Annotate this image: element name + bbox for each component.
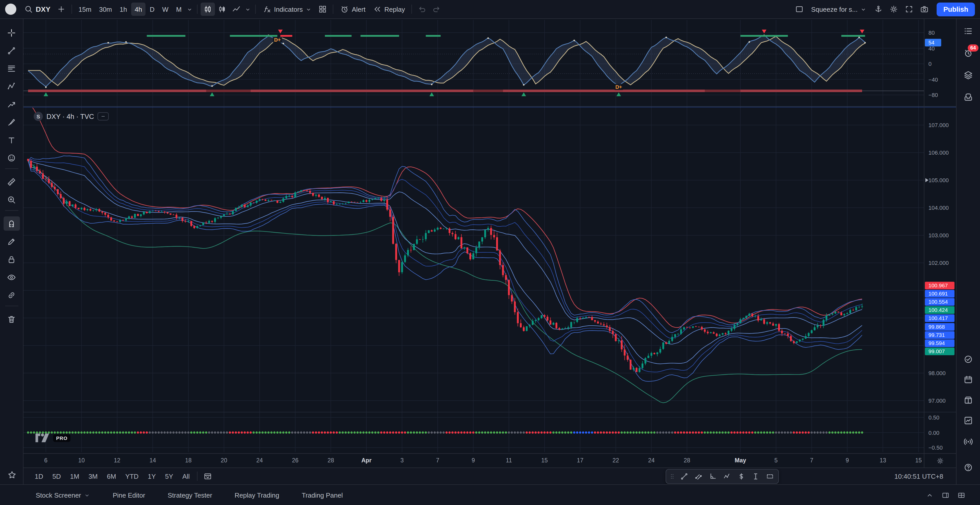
text-note-button[interactable] bbox=[749, 470, 762, 483]
sync-drawings-tool-button[interactable] bbox=[3, 288, 20, 302]
oscillator-value-tag: 54 bbox=[925, 39, 941, 46]
help-button[interactable] bbox=[961, 460, 976, 475]
range-1m-button[interactable]: 1M bbox=[66, 470, 83, 482]
parallel-channel-button[interactable] bbox=[692, 470, 705, 483]
panel-grid-icon[interactable] bbox=[957, 491, 966, 499]
range-all-button[interactable]: All bbox=[178, 470, 194, 482]
favorites-star-button[interactable] bbox=[3, 467, 20, 482]
text-tool-button[interactable] bbox=[3, 133, 20, 147]
goto-date-icon bbox=[203, 472, 212, 481]
axis-settings-corner[interactable] bbox=[924, 453, 956, 467]
range-1y-button[interactable]: 1Y bbox=[144, 470, 160, 482]
panel-layout-icon[interactable] bbox=[941, 491, 950, 499]
price-axis[interactable]: 80400−40−80 54 107.000106.000105.000104.… bbox=[924, 19, 956, 453]
drawing-mode-tool-button[interactable] bbox=[3, 234, 20, 249]
tab-trading-panel[interactable]: Trading Panel bbox=[302, 491, 343, 499]
layout-select-button[interactable] bbox=[792, 3, 807, 16]
layout-name-button[interactable]: Squeeze for s... bbox=[808, 3, 870, 16]
brush-tool-button[interactable] bbox=[3, 115, 20, 129]
symbol-search-button[interactable]: DXY bbox=[21, 3, 54, 16]
range-5y-button[interactable]: 5Y bbox=[161, 470, 177, 482]
symbol-title: DXY · 4h · TVC bbox=[46, 113, 94, 120]
oscillator-axis-tick: 80 bbox=[928, 30, 935, 36]
tab-strategy-tester[interactable]: Strategy Tester bbox=[168, 491, 212, 499]
crosshair-tool-button[interactable] bbox=[3, 25, 20, 40]
zoom-in-tool-button[interactable] bbox=[3, 192, 20, 207]
expand-panel-icon[interactable] bbox=[925, 491, 934, 499]
indicator-templates-button[interactable] bbox=[315, 3, 330, 16]
xabcd-pattern-tool-button[interactable] bbox=[3, 79, 20, 94]
lounge-panel-button[interactable] bbox=[961, 89, 976, 105]
drag-handle-button[interactable] bbox=[668, 470, 676, 483]
object-tree-panel-button[interactable] bbox=[961, 352, 976, 367]
range-5d-button[interactable]: 5D bbox=[48, 470, 65, 482]
goto-date-button[interactable] bbox=[200, 470, 215, 483]
pane-divider[interactable] bbox=[24, 412, 956, 412]
dom-panel-button[interactable] bbox=[961, 392, 976, 408]
time-axis[interactable]: 61012141820242628Apr379111517222428May57… bbox=[24, 453, 924, 467]
ruler-icon bbox=[6, 177, 16, 187]
chart-settings-button[interactable] bbox=[886, 3, 901, 16]
redo-button[interactable] bbox=[430, 3, 444, 16]
range-ytd-button[interactable]: YTD bbox=[121, 470, 143, 482]
trend-line-tool-button[interactable] bbox=[3, 43, 20, 58]
tab-stock-screener[interactable]: Stock Screener bbox=[36, 491, 90, 499]
range-3m-button[interactable]: 3M bbox=[84, 470, 102, 482]
undo-button[interactable] bbox=[415, 3, 430, 16]
layers-panel-button[interactable] bbox=[961, 67, 976, 83]
data-window-panel-button[interactable] bbox=[961, 413, 976, 428]
alert-button[interactable]: Alert bbox=[336, 3, 369, 16]
clock-label[interactable]: 10:40:51 UTC+8 bbox=[894, 472, 943, 480]
forecast-tool-button[interactable] bbox=[3, 97, 20, 111]
time-axis-label: 15 bbox=[915, 457, 922, 464]
chart-style-candles-button[interactable] bbox=[200, 3, 215, 16]
interval-dropdown-button[interactable] bbox=[185, 3, 194, 16]
fib-retracement-tool-button[interactable] bbox=[3, 61, 20, 76]
indicators-button[interactable]: Indicators bbox=[259, 3, 316, 16]
ruler-tool-button[interactable] bbox=[3, 175, 20, 189]
trend-line-button[interactable] bbox=[677, 470, 690, 483]
tab-replay-trading[interactable]: Replay Trading bbox=[234, 491, 279, 499]
remove-drawings-tool-button[interactable] bbox=[3, 312, 20, 326]
object-tree-icon bbox=[963, 354, 974, 364]
angle-button[interactable] bbox=[706, 470, 719, 483]
emoji-tool-button[interactable] bbox=[3, 151, 20, 165]
legend-collapse-button[interactable] bbox=[98, 112, 109, 121]
drawing-toolbar bbox=[0, 19, 24, 484]
replay-icon bbox=[372, 5, 382, 14]
chart-area[interactable]: D+D+ S DXY · 4h · TVC PRO bbox=[24, 19, 924, 453]
publish-button[interactable]: Publish bbox=[937, 2, 975, 16]
fullscreen-button[interactable] bbox=[902, 3, 916, 16]
interval-W[interactable]: W bbox=[159, 3, 172, 16]
snapshot-button[interactable] bbox=[917, 3, 932, 16]
magnet-tool-button[interactable] bbox=[3, 216, 20, 231]
interval-1h[interactable]: 1h bbox=[116, 3, 130, 16]
interval-15m[interactable]: 15m bbox=[75, 3, 95, 16]
range-6m-button[interactable]: 6M bbox=[103, 470, 120, 482]
layers-icon bbox=[963, 70, 974, 80]
time-axis-label: Apr bbox=[361, 457, 372, 464]
chart-style-dropdown-button[interactable] bbox=[243, 3, 252, 16]
watchlist-panel-button[interactable] bbox=[961, 24, 976, 39]
chart-style-line-button[interactable] bbox=[229, 3, 243, 16]
replay-button[interactable]: Replay bbox=[369, 3, 409, 16]
chart-style-hollow-candles-button[interactable] bbox=[215, 3, 229, 16]
price-axis-tick: 98.000 bbox=[928, 370, 945, 376]
interval-D[interactable]: D bbox=[146, 3, 158, 16]
streams-panel-button[interactable] bbox=[961, 433, 976, 449]
user-avatar[interactable] bbox=[5, 3, 16, 15]
range-1d-button[interactable]: 1D bbox=[30, 470, 47, 482]
tab-pine-editor[interactable]: Pine Editor bbox=[113, 491, 145, 499]
interval-M[interactable]: M bbox=[172, 3, 185, 16]
hide-drawings-tool-button[interactable] bbox=[3, 270, 20, 284]
price-label-button[interactable] bbox=[735, 470, 748, 483]
zigzag-button[interactable] bbox=[720, 470, 733, 483]
calendar-panel-button[interactable] bbox=[961, 372, 976, 387]
interval-30m[interactable]: 30m bbox=[95, 3, 116, 16]
chart-canvas[interactable]: D+D+ bbox=[24, 19, 924, 453]
rectangle-button[interactable] bbox=[763, 470, 776, 483]
anchored-note-button[interactable] bbox=[871, 3, 886, 16]
interval-4h[interactable]: 4h bbox=[131, 3, 146, 16]
add-symbol-button[interactable] bbox=[54, 3, 68, 16]
lock-drawings-tool-button[interactable] bbox=[3, 252, 20, 267]
